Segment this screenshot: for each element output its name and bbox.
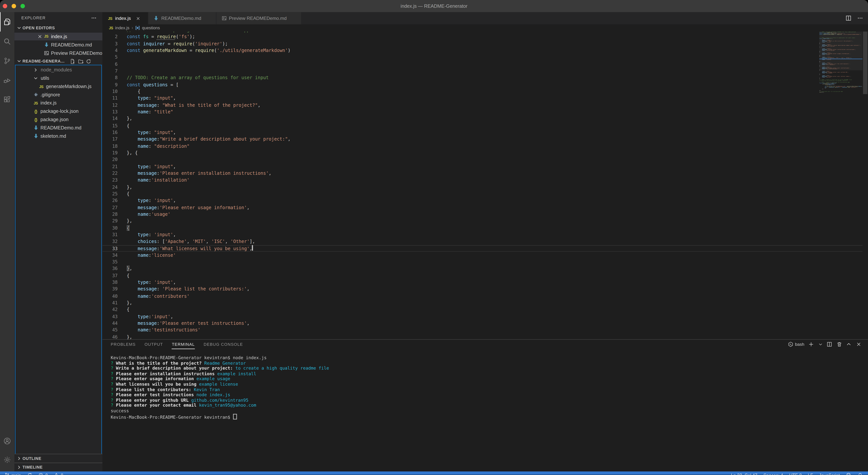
code-editor[interactable]: 1// TODO: Include packages needed for th…	[102, 32, 868, 339]
status-javascript[interactable]: JavaScript	[819, 473, 840, 475]
activity-item-source-control[interactable]	[0, 51, 14, 70]
status-feedback[interactable]	[846, 473, 851, 475]
tree-item-package-json[interactable]: {}package.json	[14, 116, 102, 124]
status-bell[interactable]	[857, 473, 863, 475]
code-line-42[interactable]: 42{	[102, 306, 862, 313]
tab-index-js[interactable]: JSindex.js	[102, 12, 149, 24]
activity-item-settings[interactable]	[0, 451, 14, 470]
code-line-26[interactable]: 26 type: 'input',	[102, 197, 862, 204]
outline-section-header[interactable]: OUTLINE	[14, 454, 102, 463]
code-line-32[interactable]: 32 choices: ['Apache', 'MIT', 'ISC', 'Ot…	[102, 238, 862, 245]
timeline-section-header[interactable]: TIMELINE	[14, 463, 102, 472]
activity-item-extensions[interactable]	[0, 90, 14, 109]
close-tab-icon[interactable]	[136, 16, 141, 21]
status-utf-8[interactable]: UTF-8	[789, 473, 802, 475]
editor-scrollbar[interactable]	[862, 32, 868, 339]
new-terminal-button[interactable]	[808, 341, 814, 347]
status-lf[interactable]: LF	[808, 473, 813, 475]
code-line-39[interactable]: 39 message: 'Please list the contributer…	[102, 286, 862, 293]
breadcrumb-file[interactable]: index.js	[115, 26, 129, 30]
code-line-16[interactable]: 16 type: "input",	[102, 129, 862, 136]
close-window-button[interactable]	[3, 4, 7, 8]
code-line-24[interactable]: 24},	[102, 184, 862, 190]
code-line-34[interactable]: 34 name:'license'	[102, 252, 862, 258]
code-line-44[interactable]: 44 message:'Please enter test instructio…	[102, 320, 862, 327]
editor-scrollbar-slider[interactable]	[863, 32, 867, 94]
minimap[interactable]: // TODO: Include packages needed for thi…	[819, 32, 862, 339]
code-line-40[interactable]: 40 name:'contributers'	[102, 293, 862, 299]
panel-tab-terminal[interactable]: TERMINAL	[172, 342, 195, 349]
code-line-29[interactable]: 29},	[102, 218, 862, 224]
open-editor-item[interactable]: READMEDemo.md	[14, 41, 102, 49]
code-line-13[interactable]: 13 name: "title"	[102, 108, 862, 115]
code-line-3[interactable]: 3const inquirer = require('inquirer');	[102, 40, 862, 47]
code-line-33[interactable]: 33 message:'What licenses will you be us…	[102, 245, 862, 252]
status-0[interactable]: 0	[54, 473, 63, 475]
code-line-31[interactable]: 31 type: 'input',	[102, 231, 862, 238]
code-line-46[interactable]: 46},	[102, 334, 862, 339]
code-line-20[interactable]: 20	[102, 156, 862, 163]
code-line-43[interactable]: 43 type:'input',	[102, 313, 862, 320]
code-line-36[interactable]: 36},	[102, 265, 862, 272]
status-spaces-4[interactable]: Spaces: 4	[764, 473, 783, 475]
activity-item-accounts[interactable]	[0, 432, 14, 451]
breadcrumb[interactable]: JS index.js › questions	[102, 24, 868, 32]
panel-tab-debug-console[interactable]: DEBUG CONSOLE	[204, 342, 243, 349]
maximize-panel-button[interactable]	[846, 341, 852, 347]
terminal-dropdown-button[interactable]	[818, 341, 823, 347]
open-editor-item[interactable]: Preview READMEDemo.md	[14, 49, 102, 57]
collapse-all-button[interactable]	[94, 59, 100, 64]
tab-preview-readmedemo-md[interactable]: Preview READMEDemo.md	[216, 12, 302, 24]
kill-terminal-button[interactable]	[836, 341, 842, 347]
code-line-27[interactable]: 27 message:'Please enter usage informati…	[102, 204, 862, 211]
zoom-window-button[interactable]	[21, 4, 25, 8]
code-line-18[interactable]: 18 name: "description"	[102, 142, 862, 149]
code-line-30[interactable]: 30{	[102, 224, 862, 231]
code-line-11[interactable]: 11 type: "input",	[102, 95, 862, 102]
panel-tab-output[interactable]: OUTPUT	[145, 342, 163, 349]
activity-item-run-debug[interactable]	[0, 70, 14, 90]
code-line-2[interactable]: 2const fs = require('fs');	[102, 33, 862, 40]
open-editor-item[interactable]: JSindex.js	[14, 32, 102, 41]
code-line-28[interactable]: 28 name:'usage'	[102, 211, 862, 218]
code-line-5[interactable]: 5	[102, 54, 862, 61]
folder-section-header[interactable]: README-GENERA...	[14, 57, 102, 66]
activity-item-explorer[interactable]	[0, 12, 14, 31]
code-line-12[interactable]: 12 message: "What is the title of the pr…	[102, 102, 862, 108]
tab-readmedemo-md[interactable]: READMEDemo.md	[149, 12, 216, 24]
refresh-button[interactable]	[86, 59, 92, 64]
panel-tab-problems[interactable]: PROBLEMS	[111, 342, 136, 349]
code-line-19[interactable]: 19}, {	[102, 149, 862, 156]
breadcrumb-symbol[interactable]: questions	[142, 26, 160, 30]
code-line-1[interactable]: 1// TODO: Include packages needed for th…	[102, 32, 862, 33]
status-ln-33-col-47[interactable]: Ln 33, Col 47	[731, 473, 757, 475]
terminal-shell-picker[interactable]: bash	[787, 341, 804, 347]
tree-item-readmedemo-md[interactable]: READMEDemo.md	[14, 124, 102, 132]
code-line-23[interactable]: 23 name:'installation'	[102, 177, 862, 184]
tree-item-node-modules[interactable]: node_modules	[14, 66, 102, 74]
code-line-4[interactable]: 4const generateMarkdown = require('./uti…	[102, 47, 862, 54]
code-line-37[interactable]: 37{	[102, 272, 862, 279]
new-folder-button[interactable]	[78, 59, 84, 64]
minimize-window-button[interactable]	[11, 4, 16, 8]
tree-item-package-lock-json[interactable]: {}package-lock.json	[14, 107, 102, 116]
code-line-7[interactable]: 7	[102, 67, 862, 74]
code-line-9[interactable]: 9const questions = [	[102, 81, 862, 88]
code-line-38[interactable]: 38 type: 'input',	[102, 279, 862, 286]
status-main[interactable]: main	[4, 473, 21, 475]
code-line-22[interactable]: 22 message:'Please enter installation in…	[102, 170, 862, 177]
code-line-6[interactable]: 6	[102, 61, 862, 67]
status-sync[interactable]	[27, 473, 32, 475]
tree-item-generatemarkdown-js[interactable]: JSgenerateMarkdown.js	[14, 82, 102, 91]
close-panel-button[interactable]	[856, 341, 861, 347]
new-file-button[interactable]	[70, 59, 75, 64]
tree-item-skeleton-md[interactable]: skeleton.md	[14, 132, 102, 140]
code-line-15[interactable]: 15{	[102, 122, 862, 129]
code-line-45[interactable]: 45 name:'testinstructions'	[102, 327, 862, 334]
status-0[interactable]: 0	[38, 473, 48, 475]
explorer-more-actions-button[interactable]	[91, 15, 97, 21]
open-editors-section-header[interactable]: OPEN EDITORS	[14, 24, 102, 32]
code-line-35[interactable]: 35	[102, 258, 862, 265]
split-terminal-button[interactable]	[827, 341, 832, 347]
tree-item--gitignore[interactable]: .gitignore	[14, 91, 102, 99]
